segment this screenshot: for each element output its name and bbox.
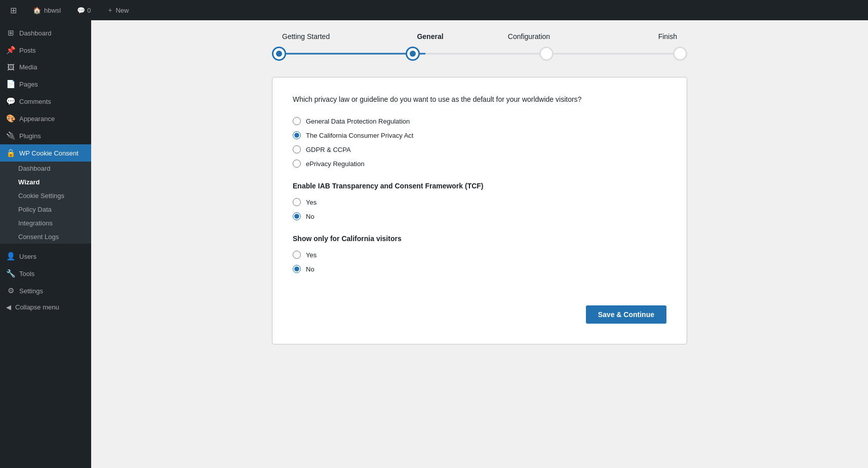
wp-cookie-icon: 🔒 — [6, 148, 15, 158]
appearance-icon: 🎨 — [6, 114, 15, 123]
card-footer: Save & Continue — [293, 289, 666, 324]
sidebar-sub-consent-logs[interactable]: Consent Logs — [0, 230, 91, 244]
option-cal-yes-label: Yes — [306, 251, 317, 259]
option-eprivacy-label: ePrivacy Regulation — [306, 160, 365, 168]
plugins-icon: 🔌 — [6, 131, 15, 140]
step-dot-finish[interactable] — [673, 47, 687, 61]
sidebar-item-users[interactable]: 👤 Users — [0, 248, 91, 265]
dashboard-icon: ⊞ — [6, 28, 15, 37]
radio-tcf-no[interactable] — [293, 212, 301, 220]
option-cal-no-label: No — [306, 265, 314, 273]
comment-count: 0 — [87, 7, 91, 14]
radio-cal-yes[interactable] — [293, 251, 301, 259]
admin-bar: ⊞ 🏠 hbwsl 💬 0 ＋ New — [0, 0, 868, 20]
sidebar-sub-cookie-settings[interactable]: Cookie Settings — [0, 189, 91, 203]
step-dot-configuration[interactable] — [539, 47, 554, 61]
wp-icon: ⊞ — [10, 6, 17, 15]
sub-dashboard-label: Dashboard — [18, 165, 51, 172]
media-icon: 🖼 — [6, 63, 15, 71]
option-gdpr[interactable]: General Data Protection Regulation — [293, 117, 666, 125]
tcf-options: Yes No — [293, 198, 666, 220]
sidebar-sub-integrations[interactable]: Integrations — [0, 216, 91, 230]
sidebar-item-wp-cookie[interactable]: 🔒 WP Cookie Consent — [0, 144, 91, 162]
sub-policy-data-label: Policy Data — [18, 206, 52, 213]
comments-icon: 💬 — [6, 97, 15, 106]
sidebar-item-pages[interactable]: 📄 Pages — [0, 75, 91, 93]
step-dot-general[interactable] — [406, 47, 420, 61]
sidebar-item-plugins[interactable]: 🔌 Plugins — [0, 127, 91, 144]
wizard-card: Which privacy law or guideline do you wa… — [272, 77, 687, 344]
option-gdpr-ccpa[interactable]: GDPR & CCPA — [293, 145, 666, 153]
sidebar-label-users: Users — [19, 253, 36, 260]
wizard-wrapper: Getting Started General Configuration Fi… — [272, 32, 687, 61]
collapse-label: Collapse menu — [15, 303, 59, 311]
steps-track-container — [272, 47, 687, 61]
plus-icon: ＋ — [107, 6, 113, 15]
radio-tcf-yes[interactable] — [293, 198, 301, 206]
sidebar-item-appearance[interactable]: 🎨 Appearance — [0, 110, 91, 127]
option-tcf-no-label: No — [306, 213, 314, 220]
sidebar-sub-policy-data[interactable]: Policy Data — [0, 203, 91, 216]
sidebar-label-dashboard: Dashboard — [19, 29, 52, 37]
sub-consent-logs-label: Consent Logs — [18, 233, 59, 241]
sidebar-item-settings[interactable]: ⚙ Settings — [0, 282, 91, 299]
sidebar-label-wp-cookie: WP Cookie Consent — [19, 149, 78, 157]
sidebar: ⊞ Dashboard 📌 Posts 🖼 Media 📄 Pages 💬 Co… — [0, 20, 91, 468]
sidebar-label-posts: Posts — [19, 47, 36, 54]
sidebar-item-comments[interactable]: 💬 Comments — [0, 93, 91, 110]
privacy-law-options: General Data Protection Regulation The C… — [293, 117, 666, 168]
radio-gdpr[interactable] — [293, 117, 301, 125]
sidebar-sub-dashboard[interactable]: Dashboard — [0, 162, 91, 175]
step-label-getting-started: Getting Started — [272, 32, 381, 41]
sidebar-label-settings: Settings — [19, 287, 43, 295]
california-question: Show only for California visitors — [293, 235, 666, 243]
option-tcf-no[interactable]: No — [293, 212, 666, 220]
content-area: Getting Started General Configuration Fi… — [91, 20, 868, 468]
wp-logo[interactable]: ⊞ — [6, 0, 21, 20]
sub-wizard-label: Wizard — [18, 178, 40, 186]
step-dot-getting-started[interactable] — [272, 47, 286, 61]
sidebar-sub-menu: Dashboard Wizard Cookie Settings Policy … — [0, 162, 91, 244]
radio-cal-no[interactable] — [293, 265, 301, 273]
new-content-item[interactable]: ＋ New — [103, 0, 133, 20]
option-ccpa[interactable]: The California Consumer Privacy Act — [293, 131, 666, 139]
new-label: New — [115, 7, 129, 14]
sidebar-label-pages: Pages — [19, 81, 38, 88]
steps-dots — [272, 47, 687, 61]
tools-icon: 🔧 — [6, 269, 15, 278]
sub-cookie-settings-label: Cookie Settings — [18, 192, 64, 200]
step-label-configuration: Configuration — [480, 32, 578, 41]
california-section: Show only for California visitors Yes No — [293, 235, 666, 273]
radio-gdpr-ccpa[interactable] — [293, 145, 301, 153]
radio-eprivacy[interactable] — [293, 160, 301, 168]
radio-ccpa[interactable] — [293, 131, 301, 139]
comment-icon: 💬 — [77, 7, 85, 14]
option-gdpr-label: General Data Protection Regulation — [306, 118, 410, 125]
sidebar-label-plugins: Plugins — [19, 132, 41, 140]
sidebar-label-comments: Comments — [19, 98, 51, 105]
sidebar-sub-wizard[interactable]: Wizard — [0, 175, 91, 189]
option-tcf-yes[interactable]: Yes — [293, 198, 666, 206]
sidebar-item-tools[interactable]: 🔧 Tools — [0, 265, 91, 282]
option-tcf-yes-label: Yes — [306, 199, 317, 206]
option-ccpa-label: The California Consumer Privacy Act — [306, 132, 413, 139]
option-cal-no[interactable]: No — [293, 265, 666, 273]
site-name-item[interactable]: 🏠 hbwsl — [29, 0, 65, 20]
option-eprivacy[interactable]: ePrivacy Regulation — [293, 160, 666, 168]
posts-icon: 📌 — [6, 46, 15, 55]
sidebar-item-dashboard[interactable]: ⊞ Dashboard — [0, 24, 91, 42]
option-cal-yes[interactable]: Yes — [293, 251, 666, 259]
privacy-law-question: Which privacy law or guideline do you wa… — [293, 94, 666, 105]
pages-icon: 📄 — [6, 80, 15, 89]
sub-integrations-label: Integrations — [18, 219, 53, 227]
sidebar-label-media: Media — [19, 63, 37, 71]
sidebar-item-media[interactable]: 🖼 Media — [0, 59, 91, 75]
sidebar-item-posts[interactable]: 📌 Posts — [0, 42, 91, 59]
option-gdpr-ccpa-label: GDPR & CCPA — [306, 146, 351, 153]
collapse-menu[interactable]: ◀ Collapse menu — [0, 299, 91, 315]
save-continue-button[interactable]: Save & Continue — [586, 305, 666, 324]
step-label-finish: Finish — [578, 32, 687, 41]
step-label-general: General — [381, 32, 480, 41]
comments-item[interactable]: 💬 0 — [73, 0, 95, 20]
collapse-icon: ◀ — [6, 303, 11, 311]
